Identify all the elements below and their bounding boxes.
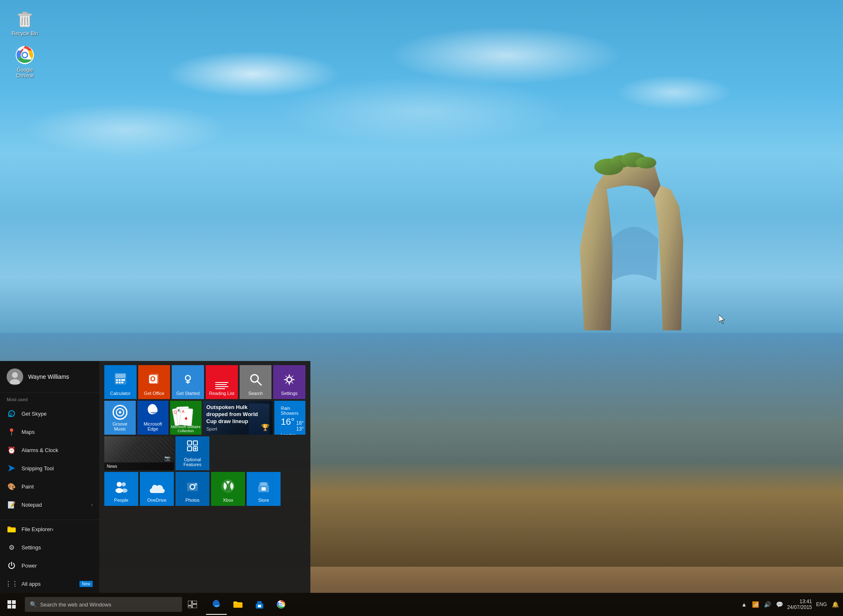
reading-list-tile-label: Reading List	[209, 391, 234, 396]
notepad-arrow-icon: ›	[91, 502, 93, 508]
svg-point-15	[12, 372, 18, 378]
file-explorer-arrow-icon: ›	[52, 526, 53, 532]
show-hidden-icons[interactable]: ▲	[740, 600, 748, 609]
svg-rect-40	[193, 441, 197, 445]
tile-weather[interactable]: Rain Showers 16° 18° 13° London	[274, 401, 306, 435]
svg-rect-63	[188, 606, 192, 608]
tile-search[interactable]: Search	[240, 365, 272, 399]
taskbar: 🔍 Search the web and Windows	[0, 593, 843, 616]
svg-rect-26	[118, 382, 120, 383]
svg-rect-25	[116, 382, 118, 383]
store-icon	[257, 481, 270, 496]
desktop-icon-recycle-bin[interactable]: Recycle Bin	[8, 8, 41, 36]
svg-rect-41	[187, 447, 192, 451]
tile-row-3: News 📷 Optional Features	[104, 436, 305, 470]
sport-trophy-icon: 🏆	[261, 424, 269, 431]
tile-microsoft-edge[interactable]: Microsoft Edge	[137, 401, 169, 435]
language-indicator[interactable]: ENG	[815, 601, 828, 608]
groove-icon	[113, 405, 127, 420]
taskbar-file-explorer[interactable]	[228, 594, 248, 615]
solitaire-tile-label: Microsoft Solitaire Collection	[170, 425, 202, 433]
all-apps-label: All apps	[22, 581, 41, 587]
start-item-snipping-tool[interactable]: Snipping Tool	[0, 459, 99, 477]
desktop-icons: Recycle Bin Google Chrome	[0, 0, 50, 95]
svg-rect-60	[188, 601, 192, 605]
start-item-file-explorer[interactable]: File Explorer ›	[0, 520, 99, 538]
start-item-maps[interactable]: 📍 Maps	[0, 423, 99, 441]
search-tile-label: Search	[248, 391, 263, 396]
network-icon[interactable]: 📶	[751, 600, 760, 609]
volume-icon[interactable]: 🔊	[763, 600, 772, 609]
taskbar-chrome[interactable]	[271, 594, 291, 615]
svg-text:S: S	[10, 412, 12, 416]
tile-groove-music[interactable]: Groove Music	[104, 401, 136, 435]
tile-calculator[interactable]: Calculator	[104, 365, 137, 399]
start-menu: Wayne Williams Most used S Get Skype 📍	[0, 361, 310, 593]
calculator-icon	[113, 371, 128, 389]
get-started-tile-label: Get Started	[176, 391, 199, 396]
maps-label: Maps	[22, 429, 35, 435]
most-used-label: Most used	[0, 393, 99, 404]
get-office-tile-label: Get Office	[144, 391, 164, 396]
notification-button[interactable]: 🔔	[831, 600, 840, 609]
notepad-icon: 📝	[7, 500, 17, 510]
system-tray: ▲ 📶 🔊 💬 13:41 24/07/2015 ENG 🔔	[740, 599, 843, 610]
tile-xbox[interactable]: Xbox	[211, 472, 245, 506]
reading-list-icon	[215, 382, 228, 389]
svg-point-31	[185, 375, 190, 380]
tile-solitaire[interactable]: Q ♥ K ♠ A ♦ Microsoft Solitaire Colle	[170, 401, 202, 435]
start-item-all-apps[interactable]: ⋮⋮ All apps New	[0, 575, 99, 593]
svg-rect-55	[262, 487, 266, 491]
rock-formation	[572, 123, 716, 330]
tile-onedrive[interactable]: OneDrive	[140, 472, 174, 506]
system-clock[interactable]: 13:41 24/07/2015	[787, 599, 812, 610]
svg-text:O: O	[150, 375, 155, 383]
task-view-button[interactable]	[182, 593, 203, 616]
svg-point-51	[191, 485, 194, 488]
power-label: Power	[22, 563, 37, 569]
sport-news-text: Outspoken Hulk dropped from World Cup dr…	[207, 404, 269, 425]
tile-optional-features[interactable]: Optional Features	[175, 436, 209, 470]
svg-line-35	[257, 381, 261, 385]
paint-label: Paint	[22, 484, 34, 490]
tile-settings[interactable]: Settings	[273, 365, 305, 399]
tile-news[interactable]: News 📷	[104, 436, 174, 470]
tile-get-started[interactable]: Get Started	[172, 365, 204, 399]
desktop-icon-chrome[interactable]: Google Chrome	[8, 45, 41, 79]
tile-sport-news[interactable]: Outspoken Hulk dropped from World Cup dr…	[203, 401, 273, 435]
recycle-bin-label: Recycle Bin	[12, 31, 38, 36]
chrome-icon	[14, 45, 35, 65]
file-explorer-label: File Explorer	[22, 526, 52, 532]
start-button[interactable]	[0, 593, 23, 616]
svg-rect-22	[116, 379, 118, 381]
weather-temp-high: 16°	[281, 416, 295, 427]
maps-icon: 📍	[7, 427, 17, 437]
start-item-power[interactable]: Power	[0, 556, 99, 575]
tile-row-1: Calculator O Get Office	[104, 365, 305, 399]
svg-point-3	[636, 157, 656, 168]
taskbar-store[interactable]	[249, 594, 270, 615]
tile-people[interactable]: People	[104, 472, 138, 506]
start-item-get-skype[interactable]: S Get Skype	[0, 404, 99, 423]
tile-get-office[interactable]: O Get Office	[138, 365, 171, 399]
news-camera-icon: 📷	[164, 455, 171, 461]
people-icon	[115, 480, 128, 496]
tile-reading-list[interactable]: Reading List	[206, 365, 238, 399]
calculator-tile-label: Calculator	[110, 391, 131, 396]
xbox-icon	[221, 479, 235, 496]
start-menu-list: S Get Skype 📍 Maps ⏰ Alarms & Clock	[0, 404, 99, 520]
tile-photos[interactable]: Photos	[175, 472, 209, 506]
start-item-settings[interactable]: ⚙ Settings	[0, 538, 99, 556]
message-icon[interactable]: 💬	[775, 600, 784, 609]
svg-point-47	[122, 482, 126, 486]
get-started-icon	[181, 373, 195, 389]
taskbar-edge[interactable]	[206, 594, 227, 615]
start-item-notepad[interactable]: 📝 Notepad ›	[0, 496, 99, 514]
start-item-alarms-clock[interactable]: ⏰ Alarms & Clock	[0, 441, 99, 459]
taskbar-search[interactable]: 🔍 Search the web and Windows	[25, 597, 182, 612]
news-sport-column: Outspoken Hulk dropped from World Cup dr…	[203, 401, 273, 435]
start-item-paint[interactable]: 🎨 Paint	[0, 477, 99, 496]
tile-store[interactable]: Store	[247, 472, 281, 506]
user-profile[interactable]: Wayne Williams	[0, 361, 99, 393]
alarms-label: Alarms & Clock	[22, 447, 58, 453]
